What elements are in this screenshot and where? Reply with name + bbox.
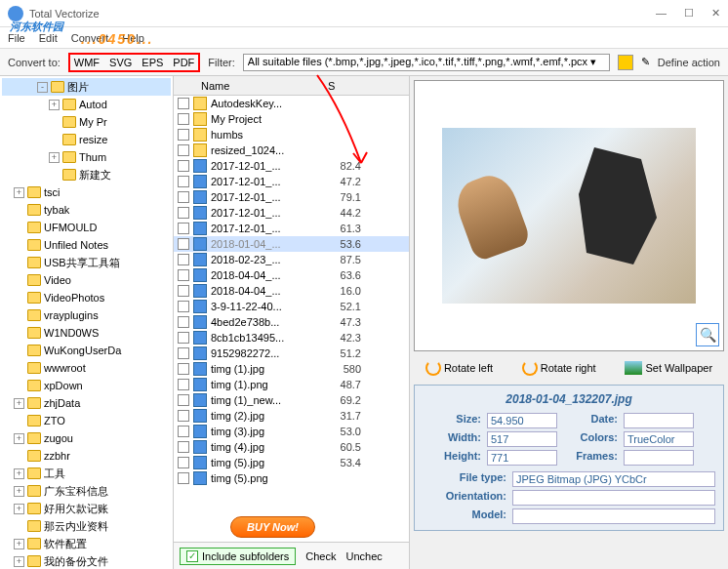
filter-dropdown[interactable] (243, 54, 610, 71)
tree-item[interactable]: wwwroot (2, 359, 171, 377)
file-checkbox[interactable] (178, 441, 189, 453)
column-size[interactable]: S (328, 80, 335, 92)
tree-item[interactable]: Unfiled Notes (2, 236, 171, 254)
tree-item[interactable]: UFMOULD (2, 219, 171, 236)
file-row[interactable]: timg (1).png48.7 (174, 377, 409, 392)
filter-go-button[interactable] (618, 55, 633, 70)
file-row[interactable]: 2017-12-01_...47.2 (174, 174, 409, 189)
file-checkbox[interactable] (178, 254, 189, 265)
file-checkbox[interactable] (178, 269, 189, 281)
tree-item[interactable]: 那云内业资料 (2, 517, 171, 535)
file-row[interactable]: 2018-01-04_...53.6 (174, 236, 409, 252)
file-checkbox[interactable] (178, 301, 189, 312)
tree-item[interactable]: 新建文 (2, 166, 171, 183)
include-subfolders-toggle[interactable]: ✓ Include subfolders (180, 548, 296, 565)
rotate-right-button[interactable]: Rotate right (522, 360, 596, 376)
expand-icon[interactable]: + (14, 556, 24, 567)
file-list[interactable]: AutodeskKey...My Projecthumbsresized_102… (174, 96, 409, 542)
file-checkbox[interactable] (178, 176, 189, 187)
tree-item[interactable]: tybak (2, 201, 171, 219)
tree-item[interactable]: +tsci (2, 183, 171, 201)
file-row[interactable]: 2018-04-04_...16.0 (174, 283, 409, 299)
tree-item[interactable]: WuKongUserDa (2, 342, 171, 359)
file-row[interactable]: timg (3).jpg53.0 (174, 424, 409, 439)
tree-item[interactable]: Video (2, 271, 171, 289)
column-name[interactable]: Name (201, 80, 328, 92)
folder-tree[interactable]: -图片+AutodMy Prresize+Thum新建文+tscitybakUF… (0, 76, 174, 569)
file-row[interactable]: humbs (174, 127, 409, 142)
expand-icon[interactable]: + (14, 504, 24, 514)
file-row[interactable]: 4bed2e738b...47.3 (174, 314, 409, 330)
file-row[interactable]: 2017-12-01_...82.4 (174, 158, 409, 174)
file-checkbox[interactable] (178, 472, 189, 484)
tree-item[interactable]: -图片 (2, 78, 171, 96)
format-wmf[interactable]: WMF (74, 57, 100, 68)
file-row[interactable]: 2017-12-01_...44.2 (174, 205, 409, 221)
file-list-header[interactable]: Name S (174, 76, 409, 96)
tree-item[interactable]: xpDown (2, 377, 171, 394)
tree-item[interactable]: +Thum (2, 148, 171, 166)
expand-icon[interactable]: + (14, 539, 24, 549)
check-all-button[interactable]: Check (305, 550, 336, 562)
tree-item[interactable]: resize (2, 131, 171, 148)
tree-item[interactable]: +好用欠款记账 (2, 500, 171, 517)
format-eps[interactable]: EPS (142, 57, 163, 68)
menu-convert[interactable]: Convert (71, 32, 109, 44)
file-row[interactable]: timg (5).jpg53.4 (174, 455, 409, 470)
maximize-button[interactable]: ☐ (684, 7, 694, 20)
tree-item[interactable]: +我的备份文件 (2, 552, 171, 569)
file-checkbox[interactable] (178, 347, 189, 359)
file-row[interactable]: 2018-04-04_...63.6 (174, 267, 409, 283)
tree-item[interactable]: USB共享工具箱 (2, 254, 171, 271)
tree-item[interactable]: vrayplugins (2, 306, 171, 324)
file-row[interactable]: 2017-12-01_...79.1 (174, 189, 409, 205)
file-checkbox[interactable] (178, 160, 189, 172)
set-wallpaper-button[interactable]: Set Wallpaper (625, 361, 712, 375)
file-row[interactable]: 2018-02-23_...87.5 (174, 252, 409, 267)
tree-item[interactable]: +广东宝科信息 (2, 482, 171, 500)
file-row[interactable]: 8cb1cb13495...42.3 (174, 330, 409, 345)
file-row[interactable]: timg (2).jpg31.7 (174, 408, 409, 424)
expand-icon[interactable]: + (14, 187, 24, 198)
expand-icon[interactable]: + (49, 152, 60, 163)
file-checkbox[interactable] (178, 238, 189, 250)
file-checkbox[interactable] (178, 426, 189, 437)
file-checkbox[interactable] (178, 113, 189, 125)
expand-icon[interactable]: + (14, 433, 24, 444)
file-row[interactable]: timg (5).png (174, 470, 409, 486)
file-checkbox[interactable] (178, 98, 189, 109)
tree-item[interactable]: +工具 (2, 465, 171, 482)
minimize-button[interactable]: — (656, 7, 667, 20)
tree-item[interactable]: +Autod (2, 96, 171, 113)
file-row[interactable]: timg (4).jpg60.5 (174, 439, 409, 455)
close-button[interactable]: ✕ (711, 7, 720, 20)
buy-now-button[interactable]: BUY Now! (230, 516, 315, 538)
file-row[interactable]: AutodeskKey... (174, 96, 409, 111)
tree-item[interactable]: ZTO (2, 412, 171, 429)
menu-help[interactable]: Help (122, 32, 144, 44)
tree-item[interactable]: +zhjData (2, 394, 171, 412)
file-checkbox[interactable] (178, 207, 189, 219)
file-row[interactable]: My Project (174, 111, 409, 127)
rotate-left-button[interactable]: Rotate left (425, 360, 493, 376)
file-row[interactable]: 3-9-11-22-40...52.1 (174, 299, 409, 314)
define-action-button[interactable]: Define action (658, 57, 720, 68)
expand-icon[interactable]: - (37, 82, 48, 93)
format-svg[interactable]: SVG (109, 57, 132, 68)
file-checkbox[interactable] (178, 191, 189, 203)
expand-icon[interactable]: + (49, 100, 60, 110)
tree-item[interactable]: +软件配置 (2, 535, 171, 552)
file-checkbox[interactable] (178, 410, 189, 422)
uncheck-all-button[interactable]: Unchec (345, 550, 382, 562)
file-checkbox[interactable] (178, 144, 189, 156)
file-row[interactable]: resized_1024... (174, 142, 409, 158)
menu-file[interactable]: File (8, 32, 25, 44)
file-row[interactable]: timg (1).jpg580 (174, 361, 409, 377)
tree-item[interactable]: +zugou (2, 429, 171, 447)
file-checkbox[interactable] (178, 223, 189, 234)
expand-icon[interactable]: + (14, 486, 24, 497)
file-checkbox[interactable] (178, 129, 189, 141)
expand-icon[interactable]: + (14, 468, 24, 479)
file-checkbox[interactable] (178, 394, 189, 406)
format-pdf[interactable]: PDF (173, 57, 194, 68)
